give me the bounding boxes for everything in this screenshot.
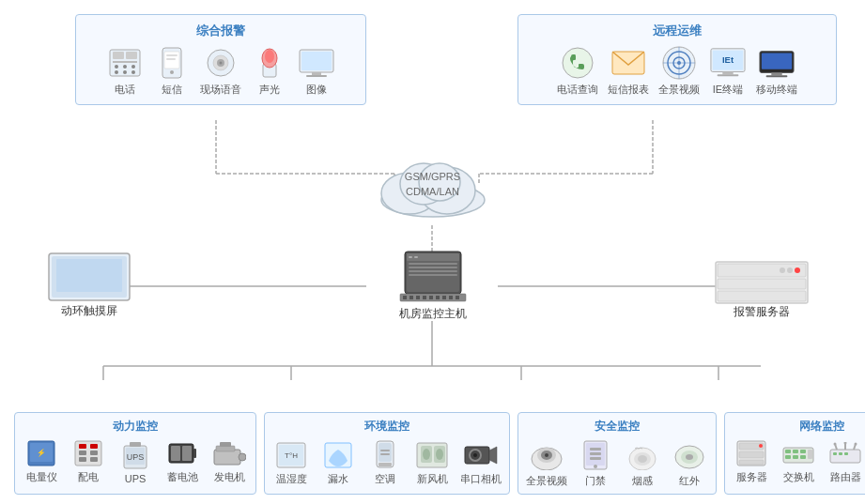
infrared-item: 红外 (671, 444, 708, 488)
svg-rect-168 (833, 452, 837, 455)
svg-text:T°H: T°H (285, 451, 298, 460)
remote-title: 远程运维 (530, 23, 825, 39)
svg-rect-98 (90, 451, 98, 455)
fan-item: 新风机 (413, 442, 451, 486)
svg-point-147 (686, 454, 693, 460)
svg-rect-103 (130, 442, 141, 447)
generator-item: 发电机 (210, 440, 248, 484)
svg-point-24 (131, 70, 135, 74)
svg-rect-140 (590, 457, 601, 460)
svg-text:IEt: IEt (722, 54, 734, 65)
remote-phone: 电话查询 (557, 47, 598, 97)
alarm-box: 综合报警 (75, 14, 366, 105)
svg-point-20 (123, 65, 127, 69)
remote-video-label: 全景视频 (658, 83, 700, 97)
alarm-audio-label: 现场语音 (200, 83, 241, 97)
svg-rect-100 (90, 457, 98, 462)
remote-mobile: 移动终端 (756, 47, 797, 97)
svg-rect-38 (301, 52, 332, 70)
svg-rect-80 (436, 296, 440, 299)
alarm-audio: 现场语音 (200, 47, 241, 97)
svg-point-87 (787, 267, 793, 273)
power-meter-item: ⚡ 电量仪 (23, 440, 60, 484)
alarm-light: 声光 (251, 47, 288, 97)
svg-rect-118 (378, 443, 392, 462)
svg-rect-83 (456, 296, 459, 299)
aircon-item: 空调 (366, 440, 404, 486)
battery-item: 蓄电池 (163, 440, 201, 484)
svg-rect-96 (90, 444, 98, 449)
svg-rect-158 (793, 455, 798, 459)
svg-rect-64 (56, 259, 122, 292)
svg-rect-106 (193, 449, 196, 458)
network-title: 网络监控 (733, 419, 865, 435)
alarm-sms: 短信 (153, 47, 191, 97)
remote-ie: IEt IE终端 (709, 47, 747, 97)
serial-cam-item: 串口相机 (460, 442, 502, 486)
svg-rect-107 (171, 446, 180, 461)
svg-point-135 (545, 453, 548, 457)
svg-rect-76 (409, 296, 413, 299)
svg-point-19 (115, 65, 118, 69)
env-icons: T°H 温湿度 漏水 (272, 440, 502, 486)
security-monitor: 安全监控 全景视频 (517, 412, 717, 495)
svg-rect-155 (793, 450, 798, 453)
svg-rect-53 (762, 53, 792, 69)
main-host-label: 机房监控主机 (395, 306, 471, 322)
svg-rect-120 (380, 450, 390, 451)
server-item: 服务器 (733, 440, 770, 484)
svg-rect-89 (718, 279, 806, 289)
svg-point-165 (834, 443, 837, 446)
svg-rect-170 (844, 452, 848, 455)
alarm-phone-label: 电话 (115, 83, 135, 97)
svg-rect-82 (449, 296, 453, 299)
svg-point-36 (265, 50, 274, 63)
svg-rect-81 (442, 296, 446, 299)
svg-point-88 (780, 267, 785, 273)
server-label: 报警服务器 (715, 304, 809, 320)
svg-point-141 (594, 465, 597, 468)
power-monitor: 动力监控 ⚡ 电量仪 (14, 412, 256, 495)
svg-rect-28 (166, 58, 176, 60)
svg-rect-112 (220, 442, 231, 447)
network-icons: 服务器 交换机 (733, 440, 865, 484)
svg-point-110 (239, 453, 246, 461)
svg-rect-78 (423, 296, 426, 299)
svg-rect-51 (718, 74, 739, 76)
alarm-phone: 电话 (106, 47, 144, 97)
svg-rect-70 (409, 263, 457, 265)
touch-screen-device: 动环触摸屏 (47, 252, 131, 319)
dome-cam-item: 全景视频 (526, 444, 567, 488)
svg-rect-73 (409, 274, 457, 276)
svg-rect-40 (306, 75, 327, 77)
svg-point-33 (220, 62, 223, 65)
svg-rect-75 (403, 296, 407, 299)
remote-sms-label: 短信报表 (608, 83, 649, 97)
svg-rect-119 (378, 463, 392, 466)
svg-rect-90 (718, 291, 806, 301)
alarm-title: 综合报警 (87, 23, 354, 39)
svg-rect-108 (182, 446, 192, 461)
svg-rect-138 (590, 448, 601, 451)
bottom-monitors: 动力监控 ⚡ 电量仪 (14, 412, 851, 495)
main-host: 机房监控主机 (395, 250, 471, 322)
svg-rect-154 (785, 450, 791, 453)
alarm-image: 图像 (298, 47, 335, 97)
svg-point-41 (563, 48, 593, 78)
svg-rect-161 (830, 450, 860, 463)
alarm-light-label: 声光 (259, 83, 280, 97)
svg-text:UPS: UPS (127, 452, 145, 462)
network-monitor: 网络监控 服务器 (724, 412, 865, 495)
remote-ie-label: IE终端 (713, 83, 743, 97)
distribution-item: 配电 (70, 440, 107, 484)
svg-point-125 (423, 449, 430, 460)
svg-rect-157 (785, 455, 791, 459)
svg-rect-156 (800, 450, 806, 453)
temp-item: T°H 温湿度 (272, 442, 310, 486)
svg-rect-139 (590, 452, 601, 455)
env-title: 环境监控 (272, 419, 502, 435)
svg-rect-151 (739, 460, 764, 465)
ups-item: UPS UPS (116, 441, 154, 484)
smoke-item: 烟感 (624, 444, 661, 488)
alarm-image-label: 图像 (306, 83, 327, 97)
